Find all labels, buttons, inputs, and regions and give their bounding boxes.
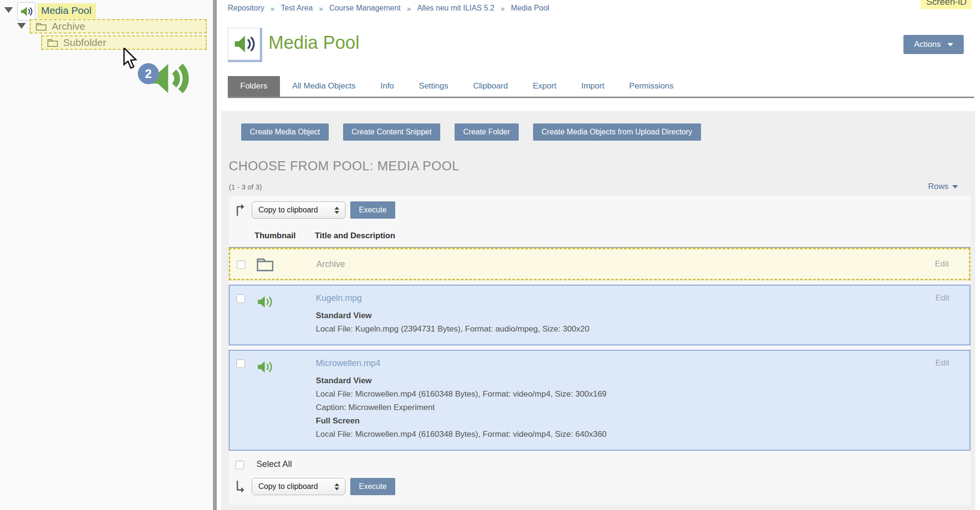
- select-stepper-icon: [331, 483, 345, 490]
- breadcrumb-link[interactable]: Course Management: [329, 4, 401, 12]
- description-line: Local File: Microwellen.mp4 (6160348 Byt…: [316, 428, 897, 441]
- folder-icon: [35, 22, 47, 31]
- bulk-action-toolbar-bottom: Copy to clipboard Execute: [229, 470, 970, 504]
- breadcrumb-separator: »: [319, 4, 323, 12]
- content-panel: Create Media Object Create Content Snipp…: [221, 111, 975, 510]
- create-media-object-button[interactable]: Create Media Object: [241, 123, 329, 141]
- table-row-archive[interactable]: Archive Edit: [229, 248, 970, 280]
- create-media-objects-from-upload-directory-button[interactable]: Create Media Objects from Upload Directo…: [533, 123, 701, 141]
- row-checkbox[interactable]: [236, 359, 245, 368]
- drag-count-badge: 2: [138, 63, 159, 84]
- description-line: Standard View: [316, 374, 897, 388]
- row-checkbox[interactable]: [236, 294, 245, 303]
- table-row-microwellen: Microwellen.mp4 Standard View Local File…: [229, 350, 970, 451]
- speaker-icon: [256, 358, 275, 376]
- speaker-icon: [256, 293, 275, 310]
- bulk-action-selected-value: Copy to clipboard: [252, 206, 331, 214]
- column-header-thumbnail: Thumbnail: [255, 231, 315, 241]
- tree-item-media-pool[interactable]: Media Pool: [37, 3, 96, 19]
- edit-link[interactable]: Edit: [935, 293, 949, 302]
- tab-permissions[interactable]: Permissions: [617, 76, 686, 97]
- apply-to-selection-down-arrow-icon: [234, 479, 247, 494]
- folder-icon: [47, 38, 58, 47]
- edit-link[interactable]: Edit: [935, 358, 949, 367]
- edit-link[interactable]: Edit: [935, 259, 949, 268]
- row-checkbox[interactable]: [237, 260, 245, 269]
- row-title-link[interactable]: Microwellen.mp4: [316, 358, 380, 368]
- row-description: Standard View Local File: Microwellen.mp…: [316, 374, 897, 441]
- select-all-label: Select All: [256, 459, 292, 469]
- tab-settings[interactable]: Settings: [406, 76, 460, 97]
- screen-id-label: Screen-iD: [921, 0, 971, 9]
- select-all-row: Select All: [229, 451, 970, 470]
- row-title-link[interactable]: Kugeln.mpg: [316, 293, 362, 303]
- select-all-checkbox[interactable]: [235, 461, 244, 469]
- description-line: Local File: Microwellen.mp4 (6160348 Byt…: [316, 388, 897, 401]
- tab-all-media-objects[interactable]: All Media Objects: [280, 76, 368, 97]
- tree-item-archive[interactable]: Archive: [30, 19, 207, 33]
- tree-item-label: Subfolder: [63, 37, 106, 48]
- chevron-down-icon: [947, 43, 953, 46]
- tab-import[interactable]: Import: [569, 76, 617, 97]
- folder-icon: [256, 256, 274, 272]
- bulk-action-toolbar-top: Copy to clipboard Execute: [229, 196, 970, 223]
- breadcrumb-link[interactable]: Repository: [228, 4, 264, 12]
- result-count-top: (1 - 3 of 3): [229, 183, 262, 191]
- tab-bar: Folders All Media Objects Info Settings …: [228, 76, 974, 98]
- tab-info[interactable]: Info: [368, 76, 406, 97]
- media-pool-table: Copy to clipboard Execute Thumbnail Titl…: [229, 196, 970, 505]
- tree-collapse-icon-media-pool[interactable]: [4, 7, 13, 13]
- breadcrumb-link[interactable]: Test Area: [281, 4, 313, 12]
- tab-clipboard[interactable]: Clipboard: [461, 76, 521, 97]
- create-folder-button[interactable]: Create Folder: [455, 123, 519, 141]
- row-description: Standard View Local File: Kugeln.mpg (23…: [316, 309, 897, 336]
- description-line: Local File: Kugeln.mpg (2394731 Bytes), …: [316, 322, 897, 336]
- row-title-link[interactable]: Archive: [316, 259, 345, 269]
- breadcrumb: Repository » Test Area » Course Manageme…: [228, 4, 549, 12]
- rows-dropdown-button[interactable]: Rows: [925, 181, 961, 192]
- table-row-kugeln: Kugeln.mpg Standard View Local File: Kug…: [229, 285, 970, 345]
- create-content-snippet-button[interactable]: Create Content Snippet: [343, 123, 440, 141]
- breadcrumb-separator: »: [501, 4, 505, 12]
- create-toolbar: Create Media Object Create Content Snipp…: [241, 123, 975, 141]
- bulk-action-selected-value: Copy to clipboard: [252, 482, 331, 491]
- execute-button-top[interactable]: Execute: [350, 201, 395, 219]
- panel-splitter[interactable]: [213, 0, 217, 510]
- media-pool-tree-icon: [17, 2, 35, 21]
- rows-dropdown-label: Rows: [928, 182, 948, 191]
- page-title: Media Pool: [268, 33, 359, 53]
- table-heading: CHOOSE FROM POOL: MEDIA POOL: [229, 159, 975, 174]
- bulk-action-select-top[interactable]: Copy to clipboard: [252, 201, 345, 219]
- tab-folders[interactable]: Folders: [228, 76, 280, 97]
- tree-item-label: Archive: [52, 21, 85, 32]
- tab-export[interactable]: Export: [521, 76, 569, 97]
- repository-tree-panel: Media Pool Archive Subfolder 2: [0, 0, 213, 510]
- tree-collapse-icon-archive[interactable]: [17, 23, 26, 29]
- cursor-icon: [122, 48, 139, 70]
- table-header: Thumbnail Title and Description: [229, 223, 970, 247]
- chevron-down-icon: [952, 185, 958, 188]
- breadcrumb-link[interactable]: Media Pool: [511, 4, 549, 12]
- bulk-action-select-bottom[interactable]: Copy to clipboard: [252, 478, 345, 495]
- breadcrumb-link[interactable]: Alles neu mit ILIAS 5.2: [417, 4, 495, 12]
- media-pool-page-icon: [228, 28, 262, 62]
- main-content: Repository » Test Area » Course Manageme…: [217, 0, 980, 510]
- breadcrumb-separator: »: [407, 4, 411, 12]
- speaker-icon: [20, 5, 33, 18]
- breadcrumb-separator: »: [270, 4, 274, 12]
- execute-button-bottom[interactable]: Execute: [350, 478, 395, 495]
- select-stepper-icon: [331, 207, 345, 214]
- actions-button[interactable]: Actions: [903, 35, 964, 54]
- actions-button-label: Actions: [914, 40, 941, 49]
- description-line: Full Screen: [316, 414, 897, 428]
- description-line: Caption: Microwellen Experiment: [316, 401, 897, 414]
- apply-to-selection-up-arrow-icon: [234, 203, 247, 217]
- column-header-title-description: Title and Description: [315, 231, 898, 241]
- description-line: Standard View: [316, 309, 897, 322]
- speaker-icon: [233, 33, 255, 55]
